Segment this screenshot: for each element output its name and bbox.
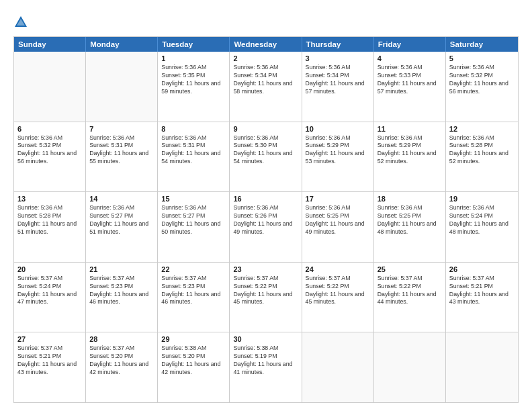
- cell-info: Sunrise: 5:37 AM Sunset: 5:24 PM Dayligh…: [17, 275, 82, 307]
- day-number: 16: [233, 195, 298, 203]
- calendar-cell: 17Sunrise: 5:36 AM Sunset: 5:25 PM Dayli…: [302, 192, 374, 262]
- logo-icon: [13, 15, 28, 30]
- calendar-cell: 3Sunrise: 5:36 AM Sunset: 5:34 PM Daylig…: [302, 52, 374, 122]
- header: [13, 12, 519, 30]
- calendar-row-4: 20Sunrise: 5:37 AM Sunset: 5:24 PM Dayli…: [14, 263, 518, 333]
- calendar-cell: 27Sunrise: 5:37 AM Sunset: 5:21 PM Dayli…: [14, 332, 86, 402]
- header-day-sunday: Sunday: [14, 37, 86, 52]
- calendar-cell: 28Sunrise: 5:37 AM Sunset: 5:20 PM Dayli…: [86, 332, 158, 402]
- calendar-cell: 5Sunrise: 5:36 AM Sunset: 5:32 PM Daylig…: [446, 52, 518, 122]
- day-number: 7: [89, 125, 154, 133]
- cell-info: Sunrise: 5:36 AM Sunset: 5:34 PM Dayligh…: [233, 64, 298, 96]
- calendar: SundayMondayTuesdayWednesdayThursdayFrid…: [13, 36, 519, 403]
- header-day-wednesday: Wednesday: [230, 37, 302, 52]
- calendar-header: SundayMondayTuesdayWednesdayThursdayFrid…: [14, 37, 518, 52]
- calendar-cell: 12Sunrise: 5:36 AM Sunset: 5:28 PM Dayli…: [446, 122, 518, 192]
- day-number: 2: [233, 54, 298, 62]
- cell-info: Sunrise: 5:36 AM Sunset: 5:27 PM Dayligh…: [89, 204, 154, 236]
- day-number: 19: [449, 195, 515, 203]
- day-number: 1: [161, 54, 226, 62]
- cell-info: Sunrise: 5:37 AM Sunset: 5:20 PM Dayligh…: [89, 345, 154, 377]
- calendar-cell: 16Sunrise: 5:36 AM Sunset: 5:26 PM Dayli…: [230, 192, 302, 262]
- day-number: 10: [306, 125, 370, 133]
- day-number: 30: [233, 335, 298, 343]
- cell-info: Sunrise: 5:36 AM Sunset: 5:34 PM Dayligh…: [306, 64, 370, 96]
- calendar-row-1: 1Sunrise: 5:36 AM Sunset: 5:35 PM Daylig…: [14, 52, 518, 122]
- cell-info: Sunrise: 5:37 AM Sunset: 5:23 PM Dayligh…: [161, 275, 226, 307]
- calendar-cell: 21Sunrise: 5:37 AM Sunset: 5:23 PM Dayli…: [86, 263, 158, 332]
- cell-info: Sunrise: 5:36 AM Sunset: 5:31 PM Dayligh…: [161, 134, 226, 167]
- day-number: 11: [378, 125, 442, 133]
- day-number: 9: [233, 125, 298, 133]
- cell-info: Sunrise: 5:38 AM Sunset: 5:19 PM Dayligh…: [233, 345, 298, 377]
- calendar-cell: 11Sunrise: 5:36 AM Sunset: 5:29 PM Dayli…: [374, 122, 446, 192]
- cell-info: Sunrise: 5:36 AM Sunset: 5:28 PM Dayligh…: [449, 134, 515, 167]
- day-number: 13: [17, 195, 82, 203]
- calendar-cell: 19Sunrise: 5:36 AM Sunset: 5:24 PM Dayli…: [446, 192, 518, 262]
- day-number: 23: [233, 265, 298, 273]
- cell-info: Sunrise: 5:36 AM Sunset: 5:25 PM Dayligh…: [378, 204, 442, 236]
- cell-info: Sunrise: 5:37 AM Sunset: 5:21 PM Dayligh…: [449, 275, 515, 307]
- day-number: 26: [449, 265, 515, 273]
- cell-info: Sunrise: 5:36 AM Sunset: 5:28 PM Dayligh…: [17, 204, 82, 236]
- cell-info: Sunrise: 5:36 AM Sunset: 5:35 PM Dayligh…: [161, 64, 226, 96]
- calendar-cell: 24Sunrise: 5:37 AM Sunset: 5:22 PM Dayli…: [302, 263, 374, 332]
- calendar-cell: 29Sunrise: 5:38 AM Sunset: 5:20 PM Dayli…: [158, 332, 230, 402]
- day-number: 8: [161, 125, 226, 133]
- calendar-cell: 13Sunrise: 5:36 AM Sunset: 5:28 PM Dayli…: [14, 192, 86, 262]
- day-number: 28: [89, 335, 154, 343]
- cell-info: Sunrise: 5:36 AM Sunset: 5:32 PM Dayligh…: [17, 134, 82, 167]
- day-number: 12: [449, 125, 515, 133]
- day-number: 29: [161, 335, 226, 343]
- header-day-monday: Monday: [86, 37, 158, 52]
- calendar-cell: [302, 332, 374, 402]
- calendar-cell: 2Sunrise: 5:36 AM Sunset: 5:34 PM Daylig…: [230, 52, 302, 122]
- day-number: 25: [378, 265, 442, 273]
- calendar-body: 1Sunrise: 5:36 AM Sunset: 5:35 PM Daylig…: [14, 52, 518, 402]
- calendar-row-3: 13Sunrise: 5:36 AM Sunset: 5:28 PM Dayli…: [14, 192, 518, 263]
- cell-info: Sunrise: 5:36 AM Sunset: 5:30 PM Dayligh…: [233, 134, 298, 167]
- cell-info: Sunrise: 5:36 AM Sunset: 5:26 PM Dayligh…: [233, 204, 298, 236]
- calendar-cell: 25Sunrise: 5:37 AM Sunset: 5:22 PM Dayli…: [374, 263, 446, 332]
- calendar-cell: 6Sunrise: 5:36 AM Sunset: 5:32 PM Daylig…: [14, 122, 86, 192]
- cell-info: Sunrise: 5:36 AM Sunset: 5:27 PM Dayligh…: [161, 204, 226, 236]
- day-number: 22: [161, 265, 226, 273]
- calendar-cell: 30Sunrise: 5:38 AM Sunset: 5:19 PM Dayli…: [230, 332, 302, 402]
- day-number: 21: [89, 265, 154, 273]
- cell-info: Sunrise: 5:37 AM Sunset: 5:21 PM Dayligh…: [17, 345, 82, 377]
- calendar-cell: 22Sunrise: 5:37 AM Sunset: 5:23 PM Dayli…: [158, 263, 230, 332]
- calendar-cell: 23Sunrise: 5:37 AM Sunset: 5:22 PM Dayli…: [230, 263, 302, 332]
- day-number: 20: [17, 265, 82, 273]
- calendar-cell: 8Sunrise: 5:36 AM Sunset: 5:31 PM Daylig…: [158, 122, 230, 192]
- calendar-cell: 20Sunrise: 5:37 AM Sunset: 5:24 PM Dayli…: [14, 263, 86, 332]
- logo: [13, 15, 30, 30]
- day-number: 4: [378, 54, 442, 62]
- calendar-cell: [374, 332, 446, 402]
- cell-info: Sunrise: 5:36 AM Sunset: 5:29 PM Dayligh…: [306, 134, 370, 167]
- calendar-cell: 15Sunrise: 5:36 AM Sunset: 5:27 PM Dayli…: [158, 192, 230, 262]
- cell-info: Sunrise: 5:37 AM Sunset: 5:22 PM Dayligh…: [378, 275, 442, 307]
- calendar-row-5: 27Sunrise: 5:37 AM Sunset: 5:21 PM Dayli…: [14, 332, 518, 402]
- day-number: 17: [306, 195, 370, 203]
- cell-info: Sunrise: 5:36 AM Sunset: 5:25 PM Dayligh…: [306, 204, 370, 236]
- header-day-thursday: Thursday: [302, 37, 374, 52]
- calendar-cell: 26Sunrise: 5:37 AM Sunset: 5:21 PM Dayli…: [446, 263, 518, 332]
- header-day-tuesday: Tuesday: [158, 37, 230, 52]
- calendar-row-2: 6Sunrise: 5:36 AM Sunset: 5:32 PM Daylig…: [14, 122, 518, 193]
- cell-info: Sunrise: 5:38 AM Sunset: 5:20 PM Dayligh…: [161, 345, 226, 377]
- day-number: 3: [306, 54, 370, 62]
- calendar-cell: 4Sunrise: 5:36 AM Sunset: 5:33 PM Daylig…: [374, 52, 446, 122]
- calendar-cell: [446, 332, 518, 402]
- day-number: 18: [378, 195, 442, 203]
- cell-info: Sunrise: 5:36 AM Sunset: 5:24 PM Dayligh…: [449, 204, 515, 236]
- calendar-cell: 14Sunrise: 5:36 AM Sunset: 5:27 PM Dayli…: [86, 192, 158, 262]
- day-number: 15: [161, 195, 226, 203]
- page: SundayMondayTuesdayWednesdayThursdayFrid…: [0, 0, 532, 411]
- calendar-cell: [14, 52, 86, 122]
- calendar-cell: [86, 52, 158, 122]
- day-number: 27: [17, 335, 82, 343]
- cell-info: Sunrise: 5:37 AM Sunset: 5:22 PM Dayligh…: [306, 275, 370, 307]
- calendar-cell: 18Sunrise: 5:36 AM Sunset: 5:25 PM Dayli…: [374, 192, 446, 262]
- header-day-friday: Friday: [374, 37, 446, 52]
- day-number: 14: [89, 195, 154, 203]
